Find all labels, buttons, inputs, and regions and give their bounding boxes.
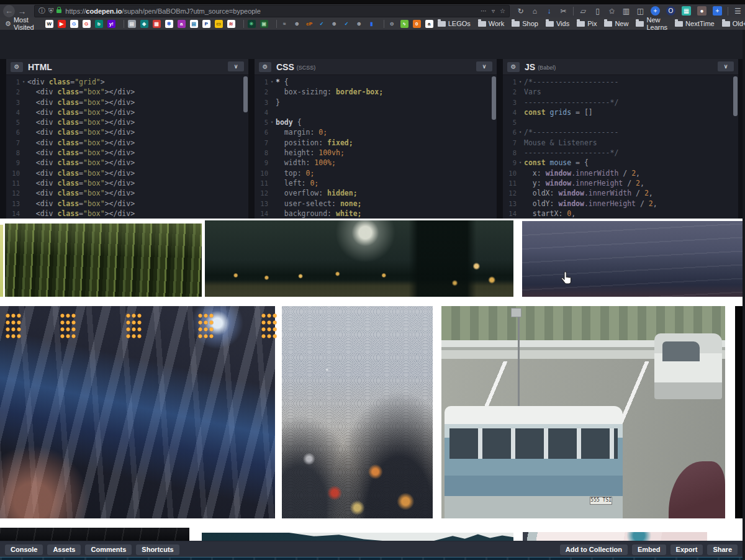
bookmark-favicon-yahoo[interactable]: y! xyxy=(107,20,115,28)
bookmark-favicon-youtube[interactable]: ▶ xyxy=(58,20,66,28)
bookmark-favicon-check-blue-2[interactable]: ✓ xyxy=(343,20,351,28)
grid-photo-rain-on-window[interactable] xyxy=(282,306,433,518)
addon-save-icon[interactable]: ▦ xyxy=(682,6,691,16)
url-bar[interactable]: ⓘ ⛨ https://codepen.io/supah/pen/BaBOBmJ… xyxy=(34,5,510,17)
bookmark-star-icon[interactable]: ☆ xyxy=(500,7,505,14)
embed-button[interactable]: Embed xyxy=(632,544,666,555)
bookmark-favicon-yellow-card[interactable]: ▭ xyxy=(215,20,223,28)
bookmark-favicon-globe-1[interactable]: ⊕ xyxy=(293,20,301,28)
bookmark-folder-vids[interactable]: Vids xyxy=(546,20,569,27)
assets-button[interactable]: Assets xyxy=(47,544,81,555)
bookmark-favicon-flag-blue[interactable]: ▮ xyxy=(368,20,376,28)
page-info-icon[interactable]: ⓘ xyxy=(38,6,45,16)
profile-avatar-icon[interactable]: ● xyxy=(697,6,707,16)
html-settings-gear-icon[interactable]: ⚙ xyxy=(11,62,23,72)
addon-plus2-icon[interactable]: + xyxy=(713,6,722,16)
bookmark-folder-nexttime[interactable]: NextTime xyxy=(675,20,715,27)
grid-photo-concert-stage-lights[interactable] xyxy=(0,306,275,518)
bookmark-favicon-amazon[interactable]: a xyxy=(425,20,433,28)
bookmark-favicon-wifi-grey[interactable]: ≈ xyxy=(281,20,289,28)
bookmark-favicon-codepen-orange[interactable]: cP xyxy=(305,20,314,28)
folder-icon xyxy=(675,21,683,27)
grid-photo-vw-van-road[interactable]: 555 TSI xyxy=(441,306,725,518)
grid-photo-dark-ocean-waves[interactable] xyxy=(522,221,743,297)
browser-window: ← → ⓘ ⛨ https://codepen.io/supah/pen/BaB… xyxy=(0,0,745,560)
addon-plus-icon[interactable]: + xyxy=(651,6,660,16)
comments-button[interactable]: Comments xyxy=(85,544,132,555)
bookmark-favicon-wikipedia[interactable]: W xyxy=(45,20,53,28)
bookmark-folder-new[interactable]: New xyxy=(604,20,628,27)
console-button[interactable]: Console xyxy=(5,544,43,555)
tracking-shield-icon[interactable]: ⛨ xyxy=(48,7,53,15)
reload-icon[interactable]: ↻ xyxy=(517,7,525,16)
js-collapse-chevron-icon[interactable]: ∨ xyxy=(718,61,734,71)
export-button[interactable]: Export xyxy=(670,544,703,555)
bookmark-folder-work[interactable]: Work xyxy=(478,20,504,27)
library-icon[interactable]: ▥ xyxy=(622,7,630,16)
bookmark-favicon-teal-diamond[interactable]: ◆ xyxy=(140,20,148,28)
css-collapse-chevron-icon[interactable]: ∨ xyxy=(476,61,492,71)
bookmark-favicon-folder-favicon[interactable]: ▤ xyxy=(128,20,136,28)
bookmark-folder-new-learns[interactable]: New Learns xyxy=(636,16,667,31)
code-line: 9 width: 100%; xyxy=(255,158,497,168)
page-actions-icon[interactable]: ⋯ xyxy=(481,7,487,14)
bookmark-favicon-red-stripes[interactable]: ≋ xyxy=(227,20,235,28)
bookmark-favicon-green-bolt[interactable]: ϟ xyxy=(400,20,409,28)
grid-photo-wheat-field[interactable] xyxy=(5,224,202,297)
home-icon[interactable]: ⌂ xyxy=(531,7,539,16)
html-code-editor[interactable]: 1▾<div class="grid">2 <div class="box"><… xyxy=(6,75,248,219)
grid-photo-foggy-forest[interactable] xyxy=(202,533,513,541)
addon-o-icon[interactable]: O xyxy=(666,6,675,16)
bookmark-favicon-teal-table[interactable]: ▤ xyxy=(190,20,198,28)
bookmark-folder-old-del[interactable]: Old+Del xyxy=(722,20,745,27)
js-editor-scrollbar[interactable] xyxy=(733,76,738,116)
grid-photo-dark-edge[interactable] xyxy=(735,306,743,518)
scissors-icon[interactable]: ✂ xyxy=(559,7,567,16)
shortcuts-button[interactable]: Shortcuts xyxy=(136,544,179,555)
js-settings-gear-icon[interactable]: ⚙ xyxy=(507,62,520,72)
bookmark-favicon-google[interactable]: G xyxy=(70,20,78,28)
bookmark-favicon-grey-circle[interactable]: ⊖ xyxy=(388,20,396,28)
stamp-icon[interactable]: ✩ xyxy=(608,7,616,16)
copy-icon[interactable]: ▱ xyxy=(579,7,587,16)
grid-photo-dark-rocks[interactable] xyxy=(0,528,189,541)
menu-icon[interactable]: ☰ xyxy=(734,7,742,16)
bookmark-favicon-paypal[interactable]: P xyxy=(202,20,210,28)
back-button[interactable]: ← xyxy=(3,5,15,17)
bookmark-favicon-orange-zero[interactable]: 0 xyxy=(413,20,421,28)
https-lock-icon[interactable] xyxy=(56,9,61,13)
add-to-collection-button[interactable]: Add to Collection xyxy=(560,544,628,555)
grid-photo-pink-abstract[interactable] xyxy=(523,532,707,541)
bookmark-folder-pix[interactable]: Pix xyxy=(577,20,597,27)
grid-photo-edge-sliver[interactable] xyxy=(0,225,3,297)
bookmark-favicon-globe-2[interactable]: ⊕ xyxy=(330,20,338,28)
pocket-icon[interactable]: ▿ xyxy=(492,7,495,14)
share-button[interactable]: Share xyxy=(707,544,738,555)
bookmark-favicon-blue-snowflake[interactable]: ✱ xyxy=(165,20,173,28)
bookmark-favicon-bing[interactable]: b xyxy=(95,20,103,28)
bookmark-favicon-globe-3[interactable]: ⊕ xyxy=(355,20,363,28)
bookmark-favicon-purple-a[interactable]: a xyxy=(178,20,186,28)
bookmark-favicon-green-box[interactable]: ▣ xyxy=(260,20,268,28)
forward-button[interactable]: → xyxy=(15,6,29,16)
html-editor-scrollbar[interactable] xyxy=(243,76,248,112)
bookmark-favicon-green-plant[interactable]: ✳ xyxy=(248,20,256,28)
footer-left-buttons: ConsoleAssetsCommentsShortcuts xyxy=(5,544,179,555)
clipboard-icon[interactable]: ▯ xyxy=(594,7,602,16)
sidebar-icon[interactable]: ◫ xyxy=(636,7,644,16)
html-collapse-chevron-icon[interactable]: ∨ xyxy=(228,61,244,71)
download-icon[interactable]: ↓ xyxy=(545,7,553,16)
bookmark-folder-legos[interactable]: LEGOs xyxy=(438,20,471,27)
url-text[interactable]: https://codepen.io/supah/pen/BaBOBmJ?utm… xyxy=(65,7,476,15)
js-code-editor[interactable]: 1▾/*--------------------2Vars3----------… xyxy=(503,75,738,219)
most-visited-button[interactable]: ⚙ Most Visited xyxy=(5,16,34,31)
bookmark-favicon-red-tile[interactable]: ▦ xyxy=(153,20,161,28)
grid-photo-city-bridge-night[interactable] xyxy=(205,220,513,297)
css-settings-gear-icon[interactable]: ⚙ xyxy=(259,62,271,72)
bookmark-folder-shop[interactable]: Shop xyxy=(512,20,538,27)
bookmark-favicon-check-blue-1[interactable]: ✓ xyxy=(318,20,326,28)
css-editor-scrollbar[interactable] xyxy=(492,76,496,120)
bookmark-favicon-google-2[interactable]: G xyxy=(83,20,91,28)
page-scrollbar[interactable] xyxy=(743,30,745,560)
css-code-editor[interactable]: 1▾* {2 box-sizing: border-box;3}45▾body … xyxy=(255,75,497,219)
